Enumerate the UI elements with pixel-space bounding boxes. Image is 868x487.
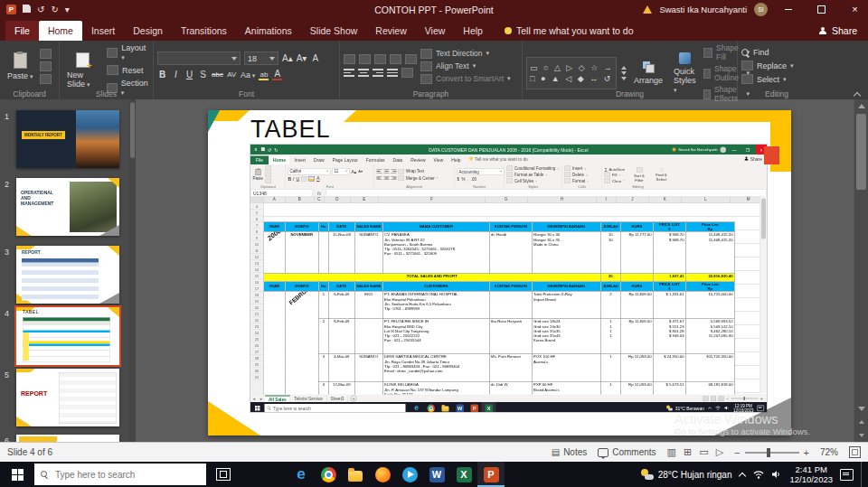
slide-thumbnail-1[interactable]: MONTHLY REPORT (16, 110, 119, 168)
close-button[interactable]: × (842, 0, 868, 19)
decrease-font-size-button[interactable]: A▾ (297, 53, 307, 63)
task-view-button[interactable] (206, 462, 241, 487)
ppt-tab-slide-show[interactable]: Slide Show (301, 21, 367, 41)
weather-widget[interactable]: 28°C Hujan ringan (641, 469, 732, 480)
justify-button[interactable] (387, 69, 398, 77)
decrease-indent-button[interactable] (374, 54, 386, 64)
tell-me-box[interactable]: Tell me what you want to do (505, 25, 634, 41)
italic-button[interactable]: I (171, 70, 181, 80)
ppt-tab-design[interactable]: Design (124, 21, 172, 41)
slide-thumbnail-3[interactable]: REPORT (16, 246, 119, 304)
reading-view-button[interactable]: ▭ (699, 446, 708, 458)
text-direction-button[interactable]: Text Direction (420, 49, 489, 59)
slide-sorter-button[interactable]: ⊞ (684, 446, 692, 458)
columns-button[interactable] (401, 68, 413, 78)
format-painter-button[interactable] (40, 74, 52, 84)
excel-screenshot-image[interactable]: X ↺ ↻ DATA CUSTOMER DAN PENJUALAN 2008 -… (250, 145, 767, 412)
notes-button[interactable]: ▤Notes (552, 447, 588, 457)
reset-button[interactable]: Reset (107, 65, 149, 75)
undo-button[interactable]: ↺ (37, 5, 44, 14)
cut-button[interactable] (40, 49, 52, 59)
scrollbar-thumb[interactable] (856, 114, 866, 190)
slide-thumbnail-5[interactable]: REPORT (16, 369, 119, 426)
slideshow-button[interactable]: ▷ (716, 446, 723, 458)
show-desktop-button[interactable] (861, 462, 865, 487)
customize-quick-access-button[interactable]: ▾ (65, 5, 70, 14)
start-button[interactable] (0, 462, 34, 487)
quick-styles-button[interactable]: Quick Styles (670, 52, 700, 94)
zoom-slider-thumb[interactable] (767, 448, 770, 457)
save-button[interactable] (23, 5, 31, 14)
normal-view-button[interactable]: ▥ (667, 446, 676, 458)
ppt-tab-animations[interactable]: Animations (236, 21, 301, 41)
scroll-down-arrow[interactable] (854, 402, 868, 415)
align-center-button[interactable] (358, 69, 369, 77)
character-spacing-button[interactable]: AV (227, 70, 237, 79)
share-button[interactable]: Share (819, 25, 857, 41)
redo-button[interactable]: ↻ (51, 5, 58, 14)
new-slide-button[interactable]: New Slide (63, 52, 103, 89)
align-text-button[interactable]: Align Text (420, 61, 476, 71)
taskbar-app-telegram[interactable] (396, 462, 423, 487)
alert-icon[interactable] (643, 5, 652, 14)
taskbar-app-edge[interactable]: e (288, 462, 315, 487)
account-avatar[interactable]: SI (754, 3, 768, 16)
taskbar-app-excel[interactable]: X (450, 462, 477, 487)
slide-thumbnail-4[interactable]: TABEL (16, 307, 119, 365)
change-case-button[interactable]: Aa (241, 70, 255, 80)
font-size-select[interactable]: 18 (244, 52, 278, 65)
bold-button[interactable]: B (157, 70, 167, 80)
taskbar-app-powerpoint[interactable]: P (477, 462, 505, 487)
align-left-button[interactable] (344, 69, 354, 77)
search-input[interactable] (53, 469, 184, 481)
ppt-tab-home[interactable]: Home (39, 21, 82, 41)
ppt-tab-file[interactable]: File (5, 21, 39, 41)
taskbar-app-word[interactable]: W (423, 462, 450, 487)
main-vertical-scrollbar[interactable] (854, 99, 868, 442)
select-button[interactable]: Select (741, 74, 787, 84)
zoom-in-button[interactable]: + (804, 447, 809, 458)
taskbar-clock[interactable]: 2:41 PM 12/10/2023 (789, 464, 833, 484)
zoom-slider[interactable] (745, 452, 799, 454)
strikethrough-button[interactable]: abc (212, 70, 223, 79)
text-shadow-button[interactable]: S (198, 70, 208, 80)
clear-formatting-button[interactable]: A (310, 53, 320, 63)
taskbar-app-firefox[interactable] (369, 462, 396, 487)
ppt-tab-help[interactable]: Help (454, 21, 492, 41)
shapes-gallery-scroll[interactable] (621, 66, 627, 80)
arrange-button[interactable]: Arrange (630, 61, 666, 85)
zoom-percentage[interactable]: 72% (820, 447, 838, 457)
volume-icon[interactable] (771, 470, 782, 479)
previous-slide-button[interactable] (854, 416, 868, 428)
replace-button[interactable]: Replace (741, 61, 794, 70)
taskbar-app-chrome[interactable] (315, 462, 342, 487)
comments-button[interactable]: Comments (598, 447, 656, 457)
paste-button[interactable]: Paste (4, 52, 36, 80)
action-center-icon[interactable] (840, 469, 854, 481)
taskbar-search[interactable] (34, 464, 206, 485)
restore-button[interactable] (808, 0, 835, 19)
numbering-button[interactable] (359, 54, 371, 64)
ppt-tab-view[interactable]: View (416, 21, 455, 41)
font-name-select[interactable] (157, 52, 241, 65)
ppt-tab-insert[interactable]: Insert (82, 21, 124, 41)
minimize-button[interactable] (775, 0, 801, 19)
underline-button[interactable]: U (184, 70, 194, 80)
find-button[interactable]: Find (741, 48, 769, 57)
scrollbar-thumb[interactable] (130, 102, 135, 158)
hidden-icons-chevron[interactable] (739, 471, 746, 478)
copy-button[interactable] (40, 61, 52, 71)
slide-thumbnail-6[interactable] (16, 435, 119, 442)
fit-slide-to-window-button[interactable] (849, 446, 861, 458)
bullets-button[interactable] (344, 54, 355, 64)
shapes-gallery[interactable]: ▭ ○ △ ▷ ◇ ☆ → □ ● ▲ ◁ ◆ ↔ ↺ (526, 57, 617, 89)
collapse-ribbon-button[interactable] (854, 91, 861, 97)
account-name[interactable]: Swasti Ika Nurcahyanti (659, 5, 747, 14)
increase-font-size-button[interactable]: A▴ (282, 53, 293, 63)
highlight-color-button[interactable]: ab (259, 69, 269, 80)
next-slide-button[interactable] (854, 429, 868, 442)
convert-smartart-button[interactable]: Convert to SmartArt (420, 74, 511, 84)
layout-button[interactable]: Layout (107, 43, 149, 61)
align-right-button[interactable] (373, 69, 383, 77)
zoom-out-button[interactable]: − (734, 447, 740, 458)
